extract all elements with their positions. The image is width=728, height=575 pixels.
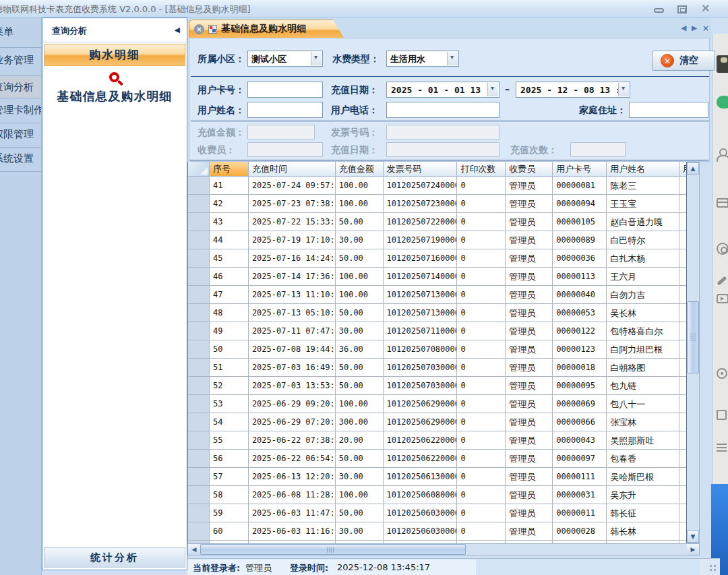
district-select[interactable]: 测试小区 (247, 51, 323, 67)
date-to-picker[interactable]: 2025 - 12 - 08 13 : (516, 82, 630, 98)
clear-button[interactable]: ✕ 清空 (652, 51, 715, 71)
scroll-down-icon[interactable]: ▼ (687, 531, 699, 543)
vertical-scroll-thumb[interactable] (687, 301, 699, 373)
row-selector-cell[interactable] (188, 195, 210, 213)
table-row[interactable]: 47 2025-07-13 11:10:42 100.00 1012025071… (188, 286, 686, 304)
row-selector-cell[interactable] (188, 504, 210, 522)
chevron-down-icon[interactable] (311, 52, 322, 65)
sidebar-item-menu[interactable]: 菜单 (0, 26, 13, 38)
chat-icon[interactable] (717, 96, 728, 109)
row-selector-cell[interactable] (188, 431, 210, 450)
user-name-input[interactable] (247, 102, 323, 118)
row-selector-cell[interactable] (188, 522, 210, 541)
row-selector-cell[interactable] (188, 213, 210, 231)
table-row[interactable]: 58 2025-06-08 11:28:51 100.00 1012025060… (188, 486, 686, 504)
horizontal-scroll-thumb[interactable] (200, 544, 466, 555)
row-selector-cell[interactable] (188, 359, 210, 377)
col-name[interactable]: 用户姓名 (607, 162, 679, 177)
row-selector-cell[interactable] (188, 322, 210, 340)
group-water-detail[interactable]: 购水明细 (44, 44, 185, 66)
table-row[interactable]: 44 2025-07-19 17:10:54 30.00 10120250719… (188, 231, 686, 249)
table-row[interactable]: 60 2025-06-03 11:16:22 30.00 10120250603… (188, 522, 686, 541)
table-row[interactable]: 46 2025-07-14 17:36:47 100.00 1012025071… (188, 268, 686, 286)
row-selector-cell[interactable] (188, 395, 210, 413)
row-selector-cell[interactable] (188, 413, 210, 431)
scroll-up-icon[interactable]: ▲ (687, 162, 699, 175)
table-row[interactable]: 56 2025-06-22 06:54:37 50.00 10120250622… (188, 450, 686, 468)
hamburger-menu-icon[interactable] (717, 444, 727, 445)
col-partial[interactable]: 用 (679, 162, 686, 177)
row-selector-cell[interactable] (188, 231, 210, 249)
col-invoice[interactable]: 发票号码 (384, 162, 458, 177)
chevron-down-icon[interactable] (447, 52, 458, 65)
contacts-icon[interactable] (717, 148, 728, 160)
row-selector-cell[interactable] (188, 268, 210, 286)
table-row[interactable]: 51 2025-07-03 16:49:37 50.00 10120250703… (188, 359, 686, 377)
col-no[interactable]: 序号 (210, 162, 249, 177)
resize-grip[interactable] (700, 558, 720, 575)
sidebar-item-query-active[interactable]: 查询分析 (0, 75, 42, 98)
collapse-arrow-icon[interactable]: ◀ (175, 26, 180, 34)
row-selector-cell[interactable] (188, 450, 210, 468)
row-selector-cell[interactable] (188, 377, 210, 395)
moments-icon[interactable] (717, 243, 728, 255)
scroll-left-icon[interactable]: ◀ (188, 544, 200, 555)
row-selector-cell[interactable] (188, 286, 210, 304)
address-input[interactable] (629, 102, 708, 118)
phone-icon[interactable] (717, 276, 727, 285)
table-row[interactable]: 57 2025-06-13 12:20:14 30.00 10120250613… (188, 468, 686, 486)
row-selector-cell[interactable] (188, 304, 210, 322)
close-button[interactable]: × (701, 1, 710, 14)
phone-input[interactable] (386, 102, 499, 118)
maximize-button[interactable] (677, 5, 687, 13)
table-row[interactable]: 59 2025-06-03 11:47:01 50.00 10120250603… (188, 504, 686, 522)
table-row[interactable]: 50 2025-07-08 19:44:51 36.00 10120250708… (188, 340, 686, 359)
table-row[interactable]: 48 2025-07-13 05:10:39 50.00 10120250713… (188, 304, 686, 322)
chevron-down-icon[interactable] (618, 83, 629, 96)
row-selector-cell[interactable] (188, 177, 210, 195)
table-row[interactable]: 45 2025-07-16 14:24:32 50.00 10120250716… (188, 249, 686, 268)
status-ring-icon[interactable] (717, 368, 727, 379)
table-row[interactable]: 49 2025-07-11 07:47:37 30.00 10120250711… (188, 322, 686, 340)
sidebar-item-settings[interactable]: 系统设置 (0, 152, 34, 165)
row-selector-cell[interactable] (188, 486, 210, 504)
favorites-icon[interactable] (717, 198, 728, 208)
sidebar-item-business[interactable]: 业务管理 (0, 54, 34, 67)
table-row[interactable]: 42 2025-07-23 07:38:30 100.00 1012025072… (188, 195, 686, 213)
sidebar-item-permissions[interactable]: 权限管理 (0, 128, 34, 141)
group-statistics[interactable]: 统计分析 (44, 547, 185, 568)
table-row[interactable]: 53 2025-06-29 09:20:33 100.00 1012025062… (188, 395, 686, 413)
row-selector-cell[interactable] (188, 468, 210, 486)
table-row[interactable]: 55 2025-06-22 07:38:39 20.00 10120250622… (188, 431, 686, 450)
sidebar-item-card-making[interactable]: 管理卡制作 (0, 104, 42, 117)
tab-scroll-left-icon[interactable]: ◀ (681, 24, 686, 32)
table-row[interactable]: 54 2025-06-29 07:20:39 300.00 1012025062… (188, 413, 686, 431)
col-card[interactable]: 用户卡号 (553, 162, 607, 177)
minimize-button[interactable] (654, 8, 664, 13)
table-row[interactable]: 52 2025-07-03 13:53:46 50.00 10120250703… (188, 377, 686, 395)
col-amount[interactable]: 充值金额 (336, 162, 384, 177)
table-row[interactable]: 41 2025-07-24 09:57:08 100.00 1012025072… (188, 177, 686, 195)
select-all-cell[interactable] (188, 162, 210, 177)
tab-basic-info[interactable]: × 基础信息及购水明细 (189, 20, 344, 38)
col-prints[interactable]: 打印次数 (457, 162, 506, 177)
scroll-right-icon[interactable]: ▶ (687, 544, 699, 555)
card-no-input[interactable] (247, 82, 323, 98)
col-time[interactable]: 充值时间 (249, 162, 336, 177)
row-selector-cell[interactable] (188, 340, 210, 359)
dock-avatar[interactable] (717, 55, 728, 73)
date-from-picker[interactable]: 2025 - 01 - 01 13 : (386, 82, 499, 98)
chevron-down-icon[interactable] (487, 83, 498, 96)
mini-window-icon[interactable] (717, 410, 727, 420)
col-collector[interactable]: 收费员 (506, 162, 553, 177)
tab-scroll-right-icon[interactable]: ▶ (692, 24, 697, 32)
row-selector-cell[interactable] (188, 249, 210, 268)
horizontal-scrollbar[interactable]: ◀ ▶ (187, 543, 700, 555)
table-row[interactable]: 43 2025-07-22 15:33:44 50.00 10120250722… (188, 213, 686, 231)
nav-item-basic-info[interactable]: 基础信息及购水明细 (42, 88, 187, 104)
tab-close-all-icon[interactable]: × (702, 24, 709, 33)
tab-close-icon[interactable]: × (194, 24, 204, 34)
water-type-select[interactable]: 生活用水 (386, 51, 459, 67)
video-icon[interactable] (717, 294, 728, 303)
vertical-scrollbar[interactable]: ▲ ▼ (686, 162, 700, 543)
